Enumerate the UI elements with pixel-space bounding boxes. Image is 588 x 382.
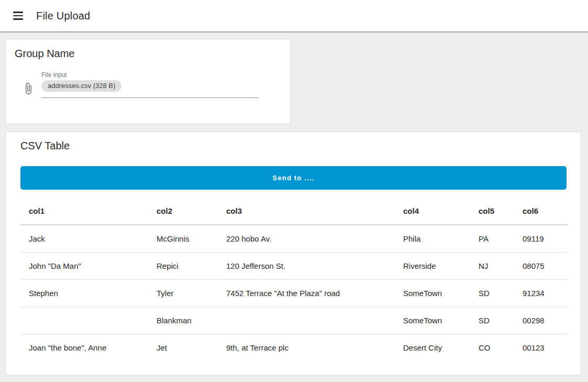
send-button[interactable]: Send to .... xyxy=(20,166,567,190)
table-cell: SD xyxy=(470,307,514,334)
group-name-card-title: Group Name xyxy=(15,48,282,60)
table-cell: 220 hobo Av. xyxy=(218,225,395,252)
page-content: Group Name File input addresses.csv (328… xyxy=(0,32,588,381)
table-cell: Phila xyxy=(395,225,470,252)
file-chip[interactable]: addresses.csv (328 B) xyxy=(41,80,121,92)
file-input-field[interactable]: File input addresses.csv (328 B) xyxy=(41,71,259,98)
table-cell: 9th, at Terrace plc xyxy=(218,334,395,361)
table-cell: 08075 xyxy=(514,252,568,279)
table-cell: Repici xyxy=(148,252,218,279)
table-cell: Jack xyxy=(20,225,148,252)
table-row: John "Da Man" Repici 120 Jefferson St. R… xyxy=(20,252,568,279)
table-cell: Jet xyxy=(148,334,218,361)
column-header: col3 xyxy=(218,197,395,225)
table-row: Blankman SomeTown SD 00298 xyxy=(20,307,568,334)
csv-table: col1 col2 col3 col4 col5 col6 Jack McGin… xyxy=(20,197,568,361)
table-cell: John "Da Man" xyxy=(20,252,148,279)
table-cell: 7452 Terrace "At the Plaza" road xyxy=(218,279,395,307)
table-cell: Riverside xyxy=(395,252,470,279)
table-cell: Desert City xyxy=(395,334,470,361)
app-bar: File Upload xyxy=(0,0,588,32)
paperclip-icon[interactable] xyxy=(22,80,35,97)
table-cell: Blankman xyxy=(148,307,218,334)
table-cell: PA xyxy=(470,225,514,252)
table-cell: Stephen xyxy=(20,279,148,307)
csv-table-title: CSV Table xyxy=(20,140,567,152)
file-input[interactable]: File input addresses.csv (328 B) xyxy=(22,71,282,98)
table-cell: McGinnis xyxy=(148,225,218,252)
table-cell: 09119 xyxy=(514,225,568,252)
table-row: Joan "the bone", Anne Jet 9th, at Terrac… xyxy=(20,334,568,361)
column-header: col2 xyxy=(148,197,218,225)
table-cell: 91234 xyxy=(514,279,568,307)
column-header: col6 xyxy=(514,197,568,225)
column-header: col5 xyxy=(470,197,514,225)
table-cell: 00298 xyxy=(514,307,568,334)
table-cell: CO xyxy=(470,334,514,361)
table-cell: Tyler xyxy=(148,279,218,307)
csv-table-card: CSV Table Send to .... col1 col2 col3 co… xyxy=(5,132,581,375)
table-row: Stephen Tyler 7452 Terrace "At the Plaza… xyxy=(20,279,568,307)
table-cell: 00123 xyxy=(514,334,568,361)
file-input-label: File input xyxy=(41,71,259,79)
table-cell: 120 Jefferson St. xyxy=(218,252,395,279)
table-cell xyxy=(20,307,148,334)
table-cell: Joan "the bone", Anne xyxy=(20,334,148,361)
table-cell: SomeTown xyxy=(395,307,470,334)
table-header-row: col1 col2 col3 col4 col5 col6 xyxy=(20,197,568,225)
app-title: File Upload xyxy=(36,10,90,22)
hamburger-menu-button[interactable] xyxy=(8,6,27,25)
column-header: col1 xyxy=(20,197,148,225)
column-header: col4 xyxy=(395,197,470,225)
table-cell: SD xyxy=(470,279,514,307)
table-cell: NJ xyxy=(470,252,514,279)
table-cell: SomeTown xyxy=(395,279,470,307)
table-row: Jack McGinnis 220 hobo Av. Phila PA 0911… xyxy=(20,225,568,252)
group-name-card: Group Name File input addresses.csv (328… xyxy=(5,39,291,124)
table-cell xyxy=(218,307,395,334)
menu-icon xyxy=(13,12,23,13)
